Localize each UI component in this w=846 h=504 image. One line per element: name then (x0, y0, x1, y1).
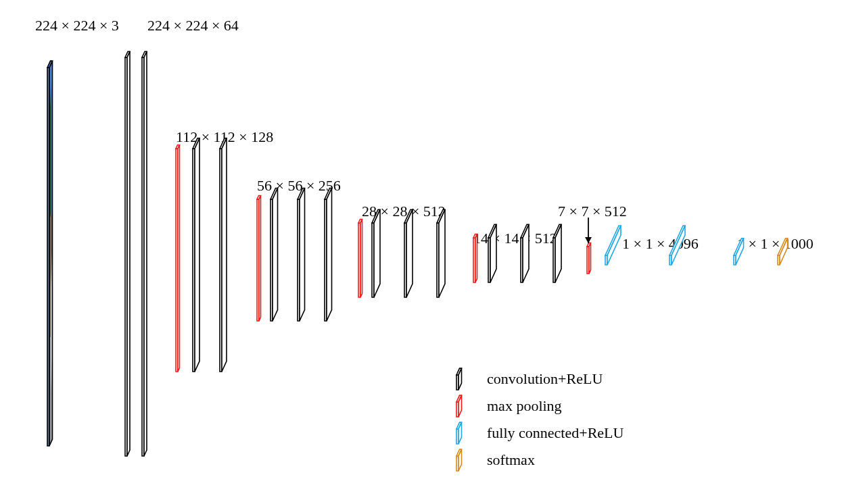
svg-marker-49 (475, 234, 477, 283)
svg-marker-28 (273, 188, 278, 322)
svg-marker-61 (589, 243, 591, 274)
svg-marker-31 (300, 188, 305, 322)
svg-marker-13 (144, 51, 147, 456)
svg-marker-22 (222, 138, 227, 372)
svg-marker-10 (127, 51, 130, 456)
diagram-canvas (0, 0, 846, 504)
svg-marker-16 (178, 145, 180, 372)
svg-marker-40 (374, 209, 380, 297)
svg-marker-37 (360, 220, 362, 298)
svg-marker-34 (327, 188, 332, 322)
svg-marker-43 (406, 209, 413, 297)
svg-marker-19 (195, 138, 199, 372)
svg-marker-46 (439, 209, 445, 297)
svg-marker-25 (259, 196, 261, 322)
vgg-architecture-diagram: 224 × 224 × 3 224 × 224 × 64 112 × 112 ×… (0, 0, 846, 504)
svg-marker-75 (585, 237, 592, 243)
svg-marker-6 (47, 68, 49, 446)
